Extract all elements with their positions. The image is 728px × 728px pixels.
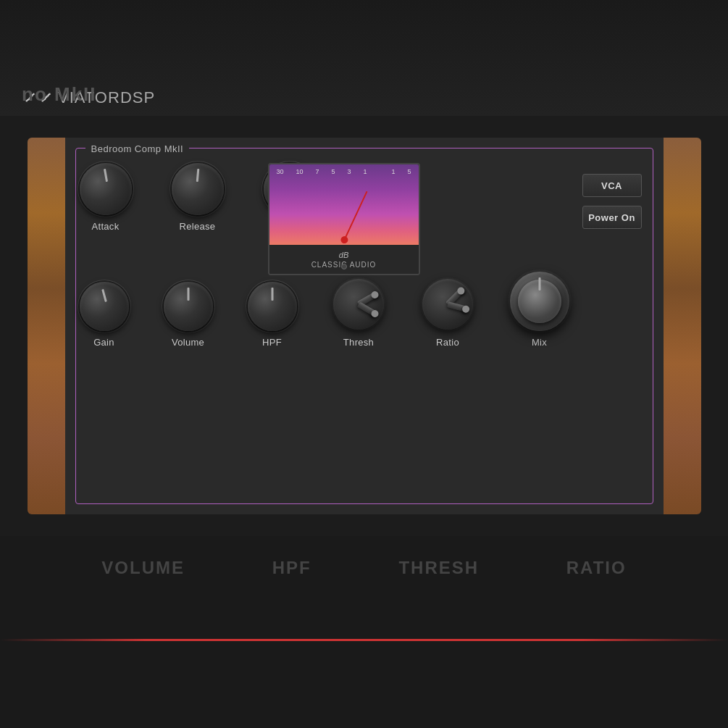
hpf-label: HPF [262,337,282,348]
ratio-knob-wrap[interactable] [421,277,475,331]
knob-group-thresh: Thresh [332,277,386,348]
vu-meter: 30 10 7 5 3 1 1 5 dB CLASSIC AUDIO [268,163,420,275]
top-bar: ⟋⟋ VIATORDSP [0,0,728,116]
ratio-lever-tip-2 [461,304,470,313]
thresh-lever-tip-1 [370,290,380,300]
bottom-label-volume: Volume [101,558,185,578]
knob-group-attack: Attack [80,163,132,232]
attack-knob[interactable] [80,163,132,215]
hpf-knob[interactable] [248,282,297,331]
plugin-body: Bedroom Comp MkII Attack Release Knee [65,138,664,514]
bottom-label-ratio: Ratio [566,558,627,578]
release-knob[interactable] [172,163,224,215]
power-button[interactable]: Power On [582,206,642,229]
section-label: Bedroom Comp MkII [85,143,190,154]
plugin-panel: Bedroom Comp MkII Attack Release Knee [28,138,701,514]
ratio-label: Ratio [436,337,459,348]
gain-knob[interactable] [80,282,129,331]
knob-group-volume: Volume [164,282,213,348]
knob-group-release: Release [172,163,224,232]
volume-label: Volume [172,337,204,348]
release-label: Release [180,221,216,232]
thresh-knob-body [333,279,384,330]
vu-display: 30 10 7 5 3 1 1 5 [269,164,419,248]
vu-db-label: dB [339,251,348,259]
wood-panel-left [28,138,65,514]
mix-label: Mix [532,337,547,348]
vca-button[interactable]: VCA [582,174,642,197]
bottom-labels: Volume HPF Thresh Ratio [0,558,728,578]
vu-led [341,264,347,269]
knob-group-hpf: HPF [248,282,297,348]
gain-label: Gain [93,337,114,348]
knobs-bottom-row: Gain Volume HPF [80,272,569,348]
knob-group-mix: Mix [510,272,569,348]
ratio-knob-body [422,279,473,330]
ratio-lever-arm-2 [447,301,468,312]
thresh-lever-tip-2 [370,309,380,319]
mix-knob[interactable] [510,272,569,331]
bottom-label-thresh: Thresh [398,558,479,578]
side-buttons: VCA Power On [582,174,642,229]
volume-knob[interactable] [164,282,213,331]
vu-scale: 30 10 7 5 3 1 1 5 [277,168,411,175]
wood-panel-right [664,138,701,514]
vu-needle [343,191,368,241]
ratio-lever-tip-1 [456,285,466,296]
attack-label: Attack [92,221,120,232]
title-bleed: no MkII [22,83,97,106]
vu-label: dB CLASSIC AUDIO [269,245,419,274]
bottom-label-hpf: HPF [272,558,311,578]
thresh-label: Thresh [343,337,374,348]
main-area: Bedroom Comp MkII Attack Release Knee [0,116,728,536]
knob-group-ratio: Ratio [421,277,475,348]
bottom-area: Volume HPF Thresh Ratio [0,536,728,728]
brand-suffix: DSP [120,88,155,106]
thresh-lever-arm-2 [357,301,377,317]
bottom-red-line [0,639,728,641]
knob-group-gain: Gain [80,282,129,348]
thresh-knob-wrap[interactable] [332,277,386,331]
